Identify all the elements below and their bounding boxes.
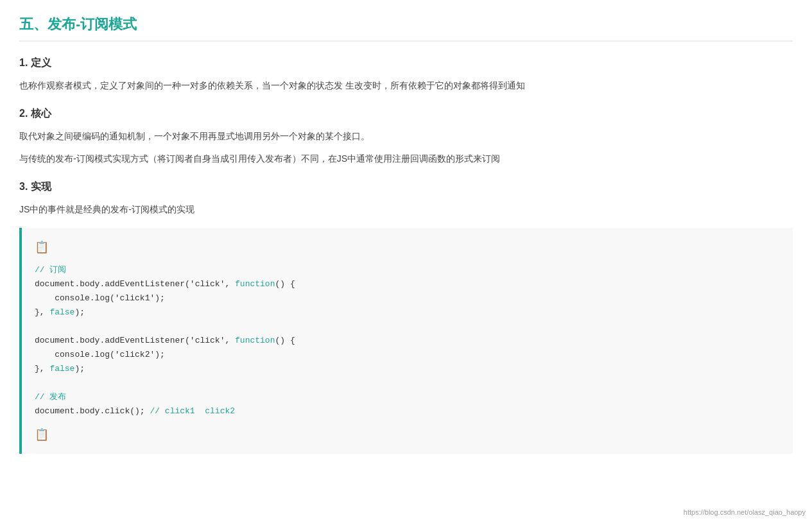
paragraph-core-2: 与传统的发布-订阅模式实现方式（将订阅者自身当成引用传入发布者）不同，在JS中通… bbox=[19, 151, 793, 167]
code-line7-comment: // click1 click2 bbox=[150, 406, 235, 416]
section-heading-1: 1. 定义 bbox=[19, 55, 793, 71]
section-implementation: 3. 实现 JS中的事件就是经典的发布-订阅模式的实现 bbox=[19, 178, 793, 218]
page-container: 五、发布-订阅模式 1. 定义 也称作观察者模式，定义了对象间的一种一对多的依赖… bbox=[0, 0, 812, 477]
copy-icon-bottom[interactable]: 📋 bbox=[35, 426, 780, 444]
section-core: 2. 核心 取代对象之间硬编码的通知机制，一个对象不用再显式地调用另外一个对象的… bbox=[19, 105, 793, 167]
comment-publish: // 发布 bbox=[35, 392, 66, 402]
paragraph-definition: 也称作观察者模式，定义了对象间的一种一对多的依赖关系，当一个对象的状态发 生改变… bbox=[19, 78, 793, 94]
comment-subscribe: // 订阅 bbox=[35, 265, 66, 275]
code-keyword-function1: function bbox=[235, 279, 275, 289]
section-definition: 1. 定义 也称作观察者模式，定义了对象间的一种一对多的依赖关系，当一个对象的状… bbox=[19, 55, 793, 94]
code-line6-end: ); bbox=[74, 364, 85, 374]
code-keyword-false1: false bbox=[49, 307, 74, 317]
code-block: 📋 // 订阅 document.body.addEventListener('… bbox=[19, 228, 793, 454]
code-line1-normal: document.body.addEventListener('click', bbox=[35, 279, 235, 289]
code-line1-end: () { bbox=[275, 279, 295, 289]
paragraph-impl: JS中的事件就是经典的发布-订阅模式的实现 bbox=[19, 202, 793, 218]
code-line7-normal: document.body.click(); bbox=[35, 406, 150, 416]
code-line4-end: () { bbox=[275, 336, 295, 345]
code-keyword-false2: false bbox=[49, 364, 74, 374]
code-content: // 订阅 document.body.addEventListener('cl… bbox=[35, 263, 780, 419]
section-heading-3: 3. 实现 bbox=[19, 178, 793, 195]
code-line2: console.log('click1'); bbox=[35, 293, 165, 303]
code-line6-normal: }, bbox=[35, 364, 49, 374]
code-line3-end: ); bbox=[74, 307, 85, 317]
code-line5: console.log('click2'); bbox=[35, 350, 165, 359]
page-title: 五、发布-订阅模式 bbox=[19, 13, 793, 42]
paragraph-core-1: 取代对象之间硬编码的通知机制，一个对象不用再显式地调用另外一个对象的某个接口。 bbox=[19, 128, 793, 144]
code-line4-normal: document.body.addEventListener('click', bbox=[35, 336, 235, 345]
code-keyword-function2: function bbox=[235, 336, 275, 345]
code-line3-normal: }, bbox=[35, 307, 49, 317]
section-heading-2: 2. 核心 bbox=[19, 105, 793, 122]
copy-icon-top[interactable]: 📋 bbox=[35, 238, 780, 257]
